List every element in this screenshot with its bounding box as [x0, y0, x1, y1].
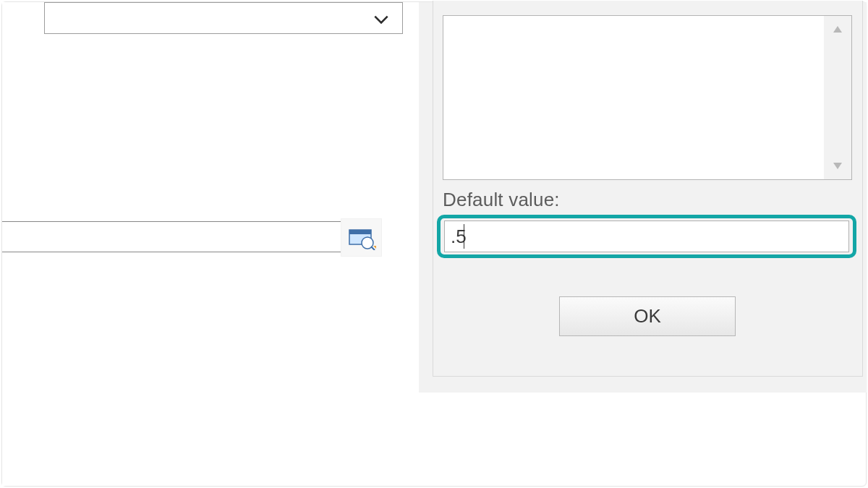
chevron-down-icon: [372, 10, 391, 29]
svg-rect-1: [349, 230, 371, 234]
browse-folder-icon: [347, 226, 376, 250]
ok-button-label: OK: [634, 305, 661, 327]
left-pane: [2, 2, 416, 486]
ok-button[interactable]: OK: [559, 296, 736, 336]
window-frame: Default value: OK: [1, 1, 867, 487]
scroll-up-button[interactable]: [824, 16, 851, 43]
svg-marker-5: [833, 26, 842, 33]
svg-marker-6: [833, 163, 842, 169]
scroll-down-button[interactable]: [824, 152, 851, 179]
default-value-label: Default value:: [443, 189, 560, 211]
path-input-row[interactable]: [2, 221, 382, 252]
text-caret: [464, 224, 464, 249]
description-textarea[interactable]: [443, 15, 852, 180]
browse-button[interactable]: [341, 218, 382, 257]
scrollbar[interactable]: [824, 16, 851, 179]
combo-box[interactable]: [44, 2, 403, 34]
svg-line-3: [371, 247, 375, 250]
default-value-input[interactable]: [444, 221, 849, 252]
